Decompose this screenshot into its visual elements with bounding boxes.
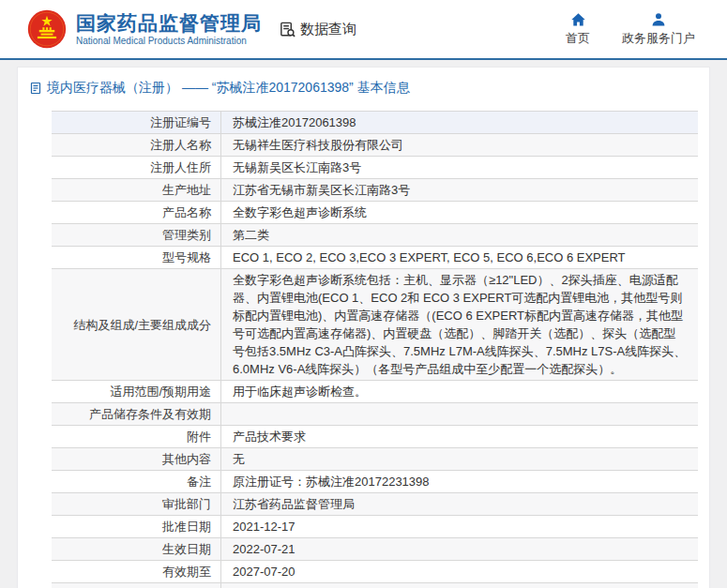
info-table: 注册证编号苏械注准20172061398注册人名称无锡祥生医疗科技股份有限公司注… xyxy=(52,111,698,588)
row-value: 江苏省药品监督管理局 xyxy=(221,493,698,515)
table-row: 备注原注册证号：苏械注准20172231398 xyxy=(52,471,698,493)
nav-portal[interactable]: 政务服务门户 xyxy=(622,12,695,47)
row-label: 注册证编号 xyxy=(52,112,221,133)
home-icon xyxy=(570,12,586,27)
site-header: 国家药品监督管理局 National Medical Products Admi… xyxy=(0,0,727,60)
row-label: 型号规格 xyxy=(52,247,221,268)
nav-home[interactable]: 首页 xyxy=(566,12,590,47)
table-row: 管理类别第二类 xyxy=(52,224,698,247)
row-value: 无锡祥生医疗科技股份有限公司 xyxy=(221,134,698,156)
table-row: 产品名称全数字彩色超声诊断系统 xyxy=(52,202,698,224)
row-value: 苏械注准20172061398 xyxy=(221,112,698,133)
row-label: 注册人住所 xyxy=(52,157,221,178)
nav-data-query[interactable]: 数据查询 xyxy=(279,21,356,38)
document-icon xyxy=(29,82,42,95)
row-value: ECO 1, ECO 2, ECO 3,ECO 3 EXPERT, ECO 5,… xyxy=(221,247,698,268)
row-value: 2021-12-17 xyxy=(221,516,698,537)
row-label: 适用范围/预期用途 xyxy=(52,381,221,402)
breadcrumb-text: 境内医疗器械（注册） —— “苏械注准20172061398” 基本信息 xyxy=(47,80,410,97)
table-row: 审批部门江苏省药品监督管理局 xyxy=(52,493,698,516)
row-label: 附件 xyxy=(52,426,221,447)
row-label: 审批部门 xyxy=(52,493,221,515)
table-row: 产品储存条件及有效期 xyxy=(52,403,698,426)
table-row: 生产地址江苏省无锡市新吴区长江南路3号 xyxy=(52,179,698,202)
content-area: 境内医疗器械（注册） —— “苏械注准20172061398” 基本信息 注册证… xyxy=(0,60,727,588)
user-icon xyxy=(651,12,666,27)
row-label: 备注 xyxy=(52,471,221,492)
table-row: 有效期至2027-07-20 xyxy=(52,561,698,583)
breadcrumb: 境内医疗器械（注册） —— “苏械注准20172061398” 基本信息 xyxy=(18,68,709,105)
row-label: 生产地址 xyxy=(52,179,221,201)
table-row: 型号规格ECO 1, ECO 2, ECO 3,ECO 3 EXPERT, EC… xyxy=(52,247,698,269)
site-title: 国家药品监督管理局 xyxy=(76,12,262,35)
table-row: 批准日期2021-12-17 xyxy=(52,516,698,538)
brand-text: 国家药品监督管理局 National Medical Products Admi… xyxy=(76,12,262,47)
table-row: 生效日期2022-07-21 xyxy=(52,538,698,561)
table-row: 注册人名称无锡祥生医疗科技股份有限公司 xyxy=(52,134,698,157)
top-nav: 首页 政务服务门户 xyxy=(566,12,695,47)
row-value: 产品技术要求 xyxy=(221,426,698,447)
row-value: 第二类 xyxy=(221,224,698,246)
table-row: 结构及组成/主要组成成分全数字彩色超声诊断系统包括：主机、显示器（≥12"LED… xyxy=(52,269,698,381)
nav-portal-label: 政务服务门户 xyxy=(622,30,695,47)
nav-home-label: 首页 xyxy=(566,30,590,47)
row-value: 全数字彩色超声诊断系统包括：主机、显示器（≥12"LED）、2探头插座、电源适配… xyxy=(221,269,698,380)
row-value: 无锡新吴区长江南路3号 xyxy=(221,157,698,178)
data-query-icon xyxy=(279,21,296,38)
site-subtitle: National Medical Products Administration xyxy=(76,35,262,47)
row-value: 2021-12-17生产地址变更由 “无锡新吴区硕放工业园五期51、53号地块长… xyxy=(221,583,698,588)
row-value: 江苏省无锡市新吴区长江南路3号 xyxy=(221,179,698,201)
data-query-label: 数据查询 xyxy=(300,21,356,38)
row-label: 注册人名称 xyxy=(52,134,221,156)
table-row: 注册证编号苏械注准20172061398 xyxy=(52,112,698,134)
table-row: 附件产品技术要求 xyxy=(52,426,698,448)
row-label: 产品名称 xyxy=(52,202,221,223)
national-emblem-logo xyxy=(26,8,68,50)
row-label: 结构及组成/主要组成成分 xyxy=(52,269,221,380)
table-row: 适用范围/预期用途用于临床超声诊断检查。 xyxy=(52,381,698,403)
row-label: 管理类别 xyxy=(52,224,221,246)
row-value: 2022-07-21 xyxy=(221,538,698,560)
row-label: 变更情况 xyxy=(52,583,221,588)
row-label: 有效期至 xyxy=(52,561,221,582)
row-value: 用于临床超声诊断检查。 xyxy=(221,381,698,402)
row-value: 全数字彩色超声诊断系统 xyxy=(221,202,698,223)
row-value: 原注册证号：苏械注准20172231398 xyxy=(221,471,698,492)
table-row: 注册人住所无锡新吴区长江南路3号 xyxy=(52,157,698,179)
row-value: 无 xyxy=(221,448,698,470)
row-value: 2027-07-20 xyxy=(221,561,698,582)
row-label: 生效日期 xyxy=(52,538,221,560)
site-brand[interactable]: 国家药品监督管理局 National Medical Products Admi… xyxy=(26,8,262,50)
table-row: 其他内容无 xyxy=(52,448,698,471)
table-row: 变更情况2021-12-17生产地址变更由 “无锡新吴区硕放工业园五期51、53… xyxy=(52,583,698,588)
row-label: 产品储存条件及有效期 xyxy=(52,403,221,425)
row-label: 批准日期 xyxy=(52,516,221,537)
detail-card: 境内医疗器械（注册） —— “苏械注准20172061398” 基本信息 注册证… xyxy=(17,67,710,588)
row-label: 其他内容 xyxy=(52,448,221,470)
row-value xyxy=(221,403,698,425)
